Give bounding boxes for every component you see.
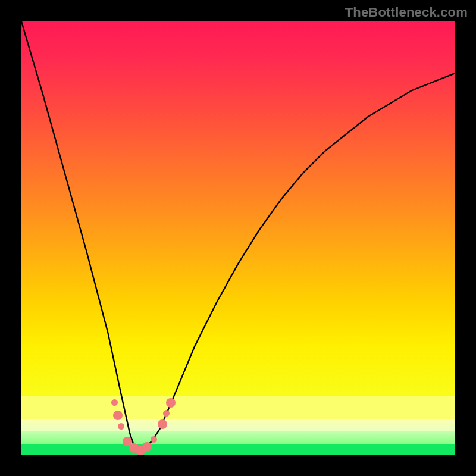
curve-marker bbox=[151, 436, 157, 443]
plot-area bbox=[21, 21, 455, 455]
bottleneck-curve bbox=[21, 21, 455, 455]
watermark-text: TheBottleneck.com bbox=[345, 5, 468, 20]
curve-marker bbox=[113, 411, 123, 420]
curve-marker bbox=[142, 442, 152, 452]
curve-marker bbox=[166, 398, 176, 408]
curve-marker bbox=[158, 419, 167, 429]
chart-frame: TheBottleneck.com bbox=[0, 0, 476, 476]
curve-path bbox=[21, 21, 455, 450]
